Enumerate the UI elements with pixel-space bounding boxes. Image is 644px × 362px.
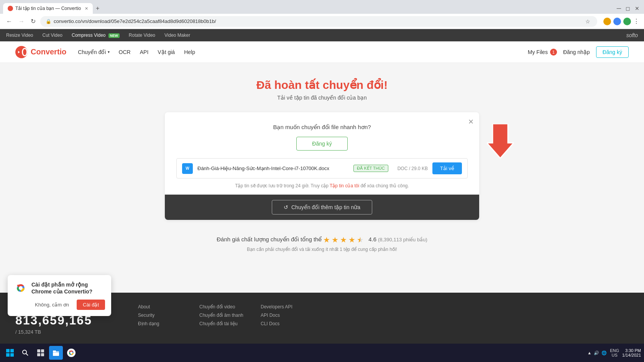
file-manager-taskbar-icon[interactable] bbox=[49, 346, 63, 360]
toolbar-resize-video[interactable]: Resize Video bbox=[6, 33, 33, 38]
toolbar-bar: Resize Video Cut Video Compress Video NE… bbox=[0, 29, 644, 41]
svg-rect-9 bbox=[10, 353, 14, 357]
footer-total: / 15,324 TB bbox=[15, 329, 123, 335]
nav-api[interactable]: API bbox=[140, 49, 149, 55]
file-meta: DOC / 29.0 KB bbox=[398, 166, 428, 171]
svg-rect-12 bbox=[37, 349, 40, 352]
close-dialog-btn[interactable]: ✕ bbox=[468, 118, 474, 126]
no-thanks-btn[interactable]: Không, cảm ơn bbox=[31, 300, 73, 310]
nav-chuyen-doi[interactable]: Chuyển đổi ▾ bbox=[78, 49, 109, 55]
taskbar-right: ▲ 🔊 🌐 ENGUS 3:30 PM 1/14/2021 bbox=[587, 348, 641, 357]
up-arrow-tray: ▲ bbox=[587, 351, 591, 355]
popup-title: Cài đặt phần mở rộng Chrome của Converti… bbox=[31, 281, 105, 295]
file-status-badge: ĐÃ KẾT THÚC bbox=[353, 165, 388, 172]
new-tab-btn[interactable]: + bbox=[93, 5, 102, 12]
restore-btn[interactable]: ◻ bbox=[626, 5, 630, 11]
active-tab[interactable]: Tải tập tin của bạn — Convertio ✕ bbox=[3, 3, 93, 14]
windows-start-btn[interactable] bbox=[3, 346, 17, 360]
svg-line-11 bbox=[26, 354, 28, 356]
logo[interactable]: Convertio bbox=[15, 46, 66, 58]
files-count-badge: 1 bbox=[550, 49, 557, 56]
toolbar-brand: softo bbox=[626, 32, 638, 38]
footer-security-link[interactable]: Security bbox=[138, 313, 184, 318]
footer-col-2: Chuyển đổi video Chuyển đổi âm thanh Chu… bbox=[199, 304, 245, 335]
browser-window: Tải tập tin của bạn — Convertio ✕ + ─ ◻ … bbox=[0, 0, 644, 29]
footer-about-link[interactable]: About bbox=[138, 304, 184, 310]
footer-api-docs-link[interactable]: API Docs bbox=[261, 313, 307, 318]
my-files-link[interactable]: Tập tin của tôi bbox=[330, 183, 359, 188]
toolbar-rotate-video[interactable]: Rotate Video bbox=[129, 33, 155, 38]
forward-btn[interactable]: → bbox=[17, 16, 26, 26]
footer-cli-docs-link[interactable]: CLI Docs bbox=[261, 321, 307, 326]
footer-col-3: Developers API API Docs CLI Docs bbox=[261, 304, 307, 335]
star-4[interactable]: ★ bbox=[348, 235, 355, 244]
nav-vat-gia[interactable]: Vật giá bbox=[158, 49, 175, 55]
nav-ocr[interactable]: OCR bbox=[119, 49, 131, 55]
footer-doc-convert-link[interactable]: Chuyển đổi tài liệu bbox=[199, 321, 245, 326]
upsell-text: Bạn muốn chuyển đổi file nhanh hơn? bbox=[176, 124, 468, 131]
bookmark-icon[interactable]: ☆ bbox=[585, 18, 590, 25]
extension-icons: ⋮ bbox=[603, 18, 639, 25]
svg-point-20 bbox=[70, 352, 72, 354]
my-files-btn[interactable]: My Files 1 bbox=[528, 49, 557, 56]
star-1[interactable]: ★ bbox=[323, 235, 330, 244]
convert-more-btn[interactable]: ↺ Chuyển đổi thêm tập tin nữa bbox=[272, 200, 372, 215]
svg-rect-15 bbox=[41, 353, 44, 356]
system-tray: ▲ 🔊 🌐 bbox=[587, 351, 607, 355]
file-name: Đánh-Giá-Hiệu-Năng-Sức-Mạnh-Intel-Core-i… bbox=[197, 165, 349, 171]
chrome-logo-icon bbox=[14, 281, 28, 295]
popup-actions: Không, cảm ơn Cài đặt bbox=[14, 300, 105, 310]
file-type-icon: W bbox=[182, 163, 193, 174]
refresh-icon: ↺ bbox=[284, 204, 288, 210]
star-3[interactable]: ★ bbox=[340, 235, 347, 244]
upsell-register-btn[interactable]: Đăng ký bbox=[296, 137, 347, 151]
login-btn[interactable]: Đăng nhập bbox=[563, 49, 590, 55]
toolbar-compress-video[interactable]: Compress Video NEW bbox=[72, 33, 120, 38]
minimize-btn[interactable]: ─ bbox=[617, 5, 621, 12]
network-icon: 🌐 bbox=[601, 351, 607, 355]
footer-video-convert-link[interactable]: Chuyển đổi video bbox=[199, 304, 245, 310]
logo-text: Convertio bbox=[31, 48, 66, 56]
footer-col-1: About Security Định dạng bbox=[138, 304, 184, 335]
svg-rect-17 bbox=[53, 351, 56, 352]
download-file-btn[interactable]: Tải về bbox=[432, 162, 462, 174]
svg-rect-8 bbox=[6, 353, 10, 357]
search-taskbar-btn[interactable] bbox=[18, 346, 32, 360]
stars-container: ★ ★ ★ ★ ★ ★ bbox=[323, 235, 364, 244]
chrome-taskbar-icon[interactable] bbox=[64, 346, 78, 360]
install-extension-btn[interactable]: Cài đặt bbox=[77, 300, 105, 310]
star-2[interactable]: ★ bbox=[332, 235, 338, 244]
task-view-btn[interactable] bbox=[34, 346, 48, 360]
rating-count: (8,390,113 phiếu bầu) bbox=[378, 237, 427, 242]
tab-bar: Tải tập tin của bạn — Convertio ✕ + ─ ◻ … bbox=[0, 0, 644, 14]
chevron-down-icon: ▾ bbox=[108, 50, 110, 54]
star-5-half[interactable]: ★ ★ bbox=[357, 235, 364, 244]
file-row: W Đánh-Giá-Hiệu-Năng-Sức-Mạnh-Intel-Core… bbox=[176, 158, 468, 179]
lock-icon: 🔒 bbox=[46, 19, 51, 24]
toolbar-cut-video[interactable]: Cut Video bbox=[43, 33, 62, 38]
footer-audio-convert-link[interactable]: Chuyển đổi âm thanh bbox=[199, 313, 245, 318]
url-text: convertio.co/vn/download/05e7e2d254c2a5c… bbox=[54, 18, 216, 24]
lang-indicator: ENGUS bbox=[610, 348, 619, 357]
footer-dev-api-link[interactable]: Developers API bbox=[261, 304, 307, 310]
tab-favicon bbox=[8, 6, 13, 11]
back-btn[interactable]: ← bbox=[5, 16, 14, 26]
ext-icon-1 bbox=[603, 18, 611, 25]
tab-title: Tải tập tin của bạn — Convertio bbox=[15, 6, 81, 11]
taskbar: ▲ 🔊 🌐 ENGUS 3:30 PM 1/14/2021 bbox=[0, 344, 644, 362]
reload-btn[interactable]: ↻ bbox=[29, 16, 37, 26]
success-title: Đã hoàn tất chuyển đổi! bbox=[256, 78, 388, 92]
register-btn[interactable]: Đăng ký bbox=[596, 46, 629, 58]
svg-rect-6 bbox=[6, 349, 10, 352]
footer-format-link[interactable]: Định dạng bbox=[138, 321, 184, 326]
toolbar-video-maker[interactable]: Video Maker bbox=[164, 33, 190, 38]
address-bar: ← → ↻ 🔒 convertio.co/vn/download/05e7e2d… bbox=[0, 14, 644, 29]
close-btn[interactable]: ✕ bbox=[635, 5, 639, 11]
ext-icon-2 bbox=[613, 18, 621, 25]
nav-help[interactable]: Help bbox=[184, 49, 195, 55]
url-bar[interactable]: 🔒 convertio.co/vn/download/05e7e2d254c2a… bbox=[40, 16, 597, 27]
extensions-menu-btn[interactable]: ⋮ bbox=[633, 18, 639, 25]
conversion-box: ✕ Bạn muốn chuyển đổi file nhanh hơn? Đă… bbox=[165, 112, 479, 220]
tab-close-btn[interactable]: ✕ bbox=[85, 6, 88, 11]
speaker-icon: 🔊 bbox=[594, 351, 599, 355]
